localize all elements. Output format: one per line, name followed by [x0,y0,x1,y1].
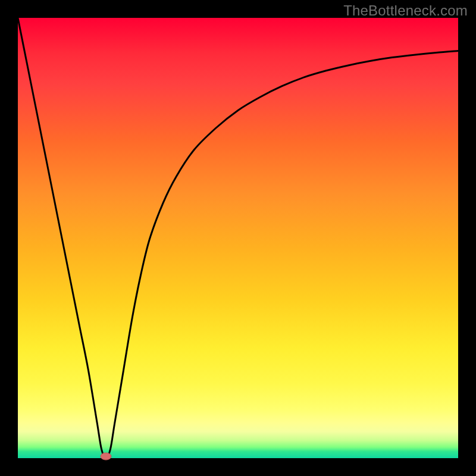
watermark-text: TheBottleneck.com [343,2,468,19]
chart-frame: TheBottleneck.com [0,0,476,476]
bottleneck-curve [18,18,458,458]
plot-area [18,18,458,458]
minimum-marker [101,453,111,460]
chart-svg [18,18,458,458]
